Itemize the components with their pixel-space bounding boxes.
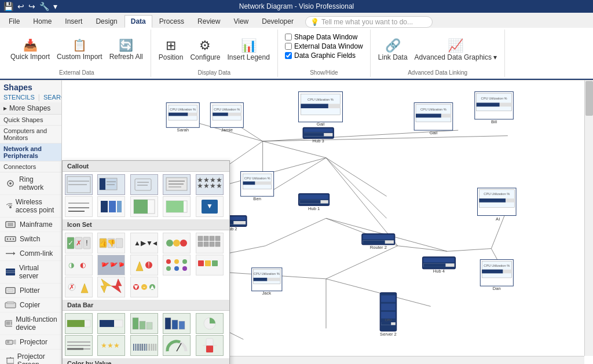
advanced-data-graphics-button[interactable]: 📈 Advanced Data Graphics ▾ bbox=[412, 36, 500, 63]
quick-access-toolbar[interactable]: 💾 ↩ ↪ 🔧 ▾ bbox=[0, 0, 61, 13]
stencils-link[interactable]: STENCILS bbox=[3, 94, 35, 101]
refresh-all-button[interactable]: 🔄 Refresh All bbox=[107, 36, 146, 62]
projector-item[interactable]: Projector bbox=[0, 335, 61, 350]
icon-set-7[interactable]: 🚩🚩🚩🚩 bbox=[97, 255, 125, 275]
search-link[interactable]: SEARCH bbox=[43, 94, 62, 101]
link-data-button[interactable]: 🔗 Link Data bbox=[375, 36, 411, 63]
databar-5[interactable] bbox=[196, 313, 224, 334]
switch-item[interactable]: Switch bbox=[0, 232, 61, 247]
multifunction-item[interactable]: Multi-function device bbox=[0, 312, 61, 335]
databar-2[interactable] bbox=[97, 313, 125, 334]
callout-item-8[interactable] bbox=[130, 196, 158, 217]
tab-view[interactable]: View bbox=[227, 15, 255, 28]
quick-import-button[interactable]: 📥 Quick Import bbox=[8, 36, 53, 62]
shape-data-label: Shape Data Window bbox=[294, 33, 357, 41]
projector-screen-item[interactable]: Projector Screen bbox=[0, 350, 61, 364]
tab-design[interactable]: Design bbox=[89, 15, 123, 28]
databar-9[interactable] bbox=[163, 335, 191, 356]
shape-data-window-input[interactable] bbox=[285, 34, 292, 41]
customize-button[interactable]: 🔧 bbox=[38, 2, 50, 11]
vertical-scrollbar-thumb[interactable] bbox=[585, 81, 593, 116]
svg-text:||||||||: |||||||| bbox=[133, 343, 147, 351]
icon-set-12[interactable] bbox=[97, 277, 125, 297]
connectors-item[interactable]: Connectors bbox=[0, 161, 61, 172]
redo-button[interactable]: ↪ bbox=[27, 2, 36, 11]
quick-import-label: Quick Import bbox=[10, 53, 50, 61]
icon-set-1[interactable]: ✓✗! bbox=[65, 233, 93, 253]
wireless-access-item[interactable]: Wireless access point bbox=[0, 195, 61, 218]
icon-set-13[interactable]: ▼ - ▲ bbox=[130, 277, 158, 297]
more-shapes-button[interactable]: ▸ More Shapes bbox=[0, 102, 61, 115]
external-data-window-input[interactable] bbox=[285, 43, 292, 50]
svg-rect-98 bbox=[205, 260, 211, 266]
svg-text:✗: ✗ bbox=[69, 283, 75, 291]
copier-item[interactable]: Copier bbox=[0, 298, 61, 312]
icon-set-4[interactable] bbox=[163, 233, 191, 253]
network-peripherals-item[interactable]: Network and Peripherals bbox=[0, 144, 61, 161]
callout-item-9[interactable] bbox=[163, 196, 191, 217]
callout-item-3[interactable] bbox=[130, 174, 158, 195]
svg-point-10 bbox=[13, 238, 14, 240]
svg-point-8 bbox=[7, 238, 9, 240]
copier-label: Copier bbox=[20, 301, 40, 309]
tab-file[interactable]: File bbox=[2, 15, 26, 28]
databar-1[interactable] bbox=[65, 313, 93, 334]
data-graphic-fields-input[interactable] bbox=[285, 52, 292, 59]
callout-item-1[interactable] bbox=[65, 174, 93, 195]
copier-icon bbox=[5, 301, 16, 309]
icon-set-9[interactable] bbox=[163, 255, 191, 275]
icon-set-2[interactable]: 👍👎 bbox=[97, 233, 125, 253]
callout-item-2[interactable] bbox=[97, 174, 125, 195]
svg-line-155 bbox=[326, 279, 431, 307]
databar-6[interactable] bbox=[65, 335, 93, 356]
callout-item-7[interactable] bbox=[97, 196, 125, 217]
databar-3[interactable] bbox=[130, 313, 158, 334]
tab-process[interactable]: Process bbox=[153, 15, 191, 28]
callout-item-10[interactable]: ▼ bbox=[196, 196, 224, 217]
computers-monitors-item[interactable]: Computers and Monitors bbox=[0, 126, 61, 144]
icon-set-10[interactable] bbox=[196, 255, 224, 275]
data-graphic-fields-checkbox[interactable]: Data Graphic Fields bbox=[285, 52, 356, 60]
tab-home[interactable]: Home bbox=[27, 15, 58, 28]
tab-review[interactable]: Review bbox=[191, 15, 226, 28]
callout-item-5[interactable]: ★★★★★★★★ bbox=[196, 174, 224, 195]
plotter-item[interactable]: Plotter bbox=[0, 284, 61, 298]
icon-set-5[interactable] bbox=[196, 233, 224, 253]
svg-text:Router 2: Router 2 bbox=[370, 245, 387, 250]
tab-data[interactable]: Data bbox=[125, 15, 152, 28]
tab-insert[interactable]: Insert bbox=[58, 15, 89, 28]
insert-legend-button[interactable]: 📊 Insert Legend bbox=[224, 36, 272, 63]
save-button[interactable]: 💾 bbox=[2, 2, 14, 11]
vertical-scrollbar[interactable] bbox=[584, 80, 593, 356]
icon-set-6[interactable]: ◑◐ bbox=[65, 255, 93, 275]
mainframe-item[interactable]: Mainframe bbox=[0, 218, 61, 232]
icon-set-3[interactable]: ▲▶▼◀ bbox=[130, 233, 158, 253]
icon-set-11[interactable]: ✗ bbox=[65, 277, 93, 297]
virtual-server-item[interactable]: Virtual server bbox=[0, 261, 61, 284]
callout-item-4[interactable] bbox=[163, 174, 191, 195]
svg-point-95 bbox=[174, 266, 179, 271]
tab-developer[interactable]: Developer bbox=[255, 15, 300, 28]
ben-node: CPU Utilization % Ben bbox=[241, 171, 274, 201]
tell-me-input[interactable]: 💡 Tell me what you want to do... bbox=[305, 16, 433, 28]
dropdown-button[interactable]: ▾ bbox=[52, 2, 58, 11]
quick-shapes-item[interactable]: Quick Shapes bbox=[0, 115, 61, 126]
shape-data-window-checkbox[interactable]: Shape Data Window bbox=[285, 33, 357, 41]
comm-link-item[interactable]: Comm-link bbox=[0, 247, 61, 261]
svg-rect-203 bbox=[304, 128, 332, 132]
group-advanced-data: 🔗 Link Data 📈 Advanced Data Graphics ▾ A… bbox=[371, 30, 505, 77]
svg-rect-13 bbox=[6, 269, 15, 275]
custom-import-button[interactable]: 📋 Custom Import bbox=[54, 36, 105, 62]
databar-7[interactable]: ★★★ bbox=[97, 335, 125, 356]
databar-8[interactable]: |||||||||||||||| |||||||| bbox=[130, 335, 158, 356]
undo-button[interactable]: ↩ bbox=[16, 2, 25, 11]
databar-10[interactable] bbox=[196, 335, 224, 356]
configure-button[interactable]: ⚙ Configure bbox=[187, 36, 223, 63]
ring-network-item[interactable]: Ring network bbox=[0, 172, 61, 195]
position-button[interactable]: ⊞ Position bbox=[156, 36, 186, 63]
external-data-window-checkbox[interactable]: External Data Window bbox=[285, 42, 363, 50]
icon-set-8[interactable]: ! bbox=[130, 255, 158, 275]
server2-node: CPU Server 2 bbox=[380, 293, 397, 337]
callout-item-6[interactable] bbox=[65, 196, 93, 217]
databar-4[interactable] bbox=[163, 313, 191, 334]
